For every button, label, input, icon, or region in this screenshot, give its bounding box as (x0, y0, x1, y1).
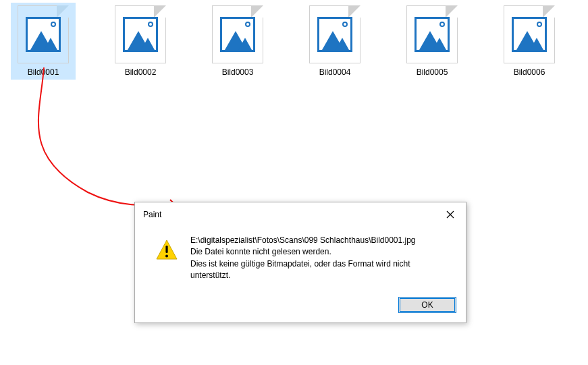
file-label: Bild0002 (125, 67, 157, 77)
file-label: Bild0003 (222, 67, 254, 77)
dialog-title: Paint (143, 210, 161, 219)
ok-button[interactable]: OK (398, 297, 456, 313)
image-file-icon (18, 5, 69, 63)
svg-rect-1 (165, 246, 167, 253)
dialog-line2: Die Datei konnte nicht gelesen werden. (190, 246, 452, 258)
dialog-message: E:\digitalspezialist\Fotos\Scans\099 Sch… (190, 235, 452, 282)
file-label: Bild0004 (319, 67, 351, 77)
dialog-path: E:\digitalspezialist\Fotos\Scans\099 Sch… (190, 235, 452, 246)
annotation-arrow-icon (14, 61, 189, 216)
file-item[interactable]: Bild0002 (108, 3, 173, 80)
file-item[interactable]: Bild0003 (205, 3, 270, 80)
image-file-icon (504, 5, 555, 63)
file-item[interactable]: Bild0004 (302, 3, 367, 80)
image-file-icon (406, 5, 458, 63)
file-label: Bild0006 (514, 67, 545, 77)
image-file-icon (212, 5, 263, 63)
file-item[interactable]: Bild0005 (400, 3, 464, 80)
file-item[interactable]: Bild0001 (11, 3, 76, 80)
image-file-icon (309, 5, 360, 63)
file-grid: Bild0001 Bild0002 Bild0003 Bild0004 Bild… (0, 0, 588, 82)
error-dialog: Paint E:\digitalspezialist\Fotos\Scans\0… (134, 202, 466, 323)
image-file-icon (115, 5, 166, 63)
dialog-titlebar: Paint (135, 202, 466, 225)
svg-point-2 (165, 255, 168, 258)
close-icon[interactable] (442, 208, 459, 221)
warning-icon (155, 239, 178, 282)
dialog-line3: Dies ist keine gültige Bitmapdatei, oder… (190, 258, 452, 282)
file-label: Bild0005 (417, 67, 448, 77)
file-item[interactable]: Bild0006 (497, 3, 562, 80)
file-label: Bild0001 (28, 67, 59, 77)
